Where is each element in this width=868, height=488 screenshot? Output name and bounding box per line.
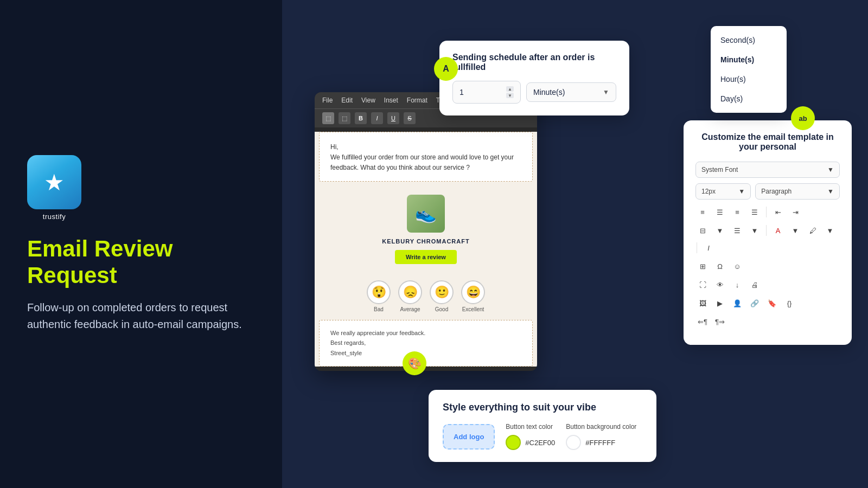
align-right-btn[interactable]: ≡ bbox=[730, 205, 744, 219]
page-title: Email Review Request bbox=[27, 236, 255, 288]
print-btn[interactable]: 🖨 bbox=[748, 278, 762, 292]
page-description: Follow-up on completed orders to request… bbox=[27, 299, 255, 333]
emoji-good-face: 🙂 bbox=[430, 280, 454, 304]
bookmark-btn[interactable]: 🔖 bbox=[765, 296, 779, 310]
left-panel: ★ trustify Email Review Request Follow-u… bbox=[0, 0, 282, 488]
user-insert-btn[interactable]: 👤 bbox=[730, 296, 744, 310]
email-greeting-block[interactable]: Hi, We fulfilled your order from our sto… bbox=[319, 132, 533, 182]
email-greeting: Hi, We fulfilled your order from our sto… bbox=[330, 142, 521, 174]
button-bg-color-swatch[interactable] bbox=[566, 435, 581, 450]
rte-paragraph-select[interactable]: Paragraph ▼ bbox=[755, 183, 840, 200]
schedule-title: Sending schedule after an order is fullf… bbox=[452, 53, 616, 72]
menu-edit[interactable]: Edit bbox=[341, 97, 353, 104]
email-editor: File Edit View Inset Format Tools Table … bbox=[315, 92, 537, 371]
footer-line3: Street_style bbox=[330, 348, 521, 358]
button-text-color-swatch[interactable] bbox=[506, 435, 521, 450]
dropdown-item-hours[interactable]: Hour(s) bbox=[711, 69, 787, 89]
spinners[interactable]: ▲ ▼ bbox=[506, 86, 514, 98]
dropdown-item-seconds[interactable]: Second(s) bbox=[711, 30, 787, 50]
spinner-up[interactable]: ▲ bbox=[506, 86, 514, 92]
font-color-chevron[interactable]: ▼ bbox=[788, 223, 802, 237]
divider-1 bbox=[766, 207, 767, 217]
emoji-good[interactable]: 🙂 Good bbox=[430, 280, 454, 312]
download-btn[interactable]: ↓ bbox=[730, 278, 744, 292]
emoji-insert-btn[interactable]: ☺ bbox=[730, 259, 744, 273]
toolbar-bold[interactable]: B bbox=[355, 112, 367, 124]
toolbar-strikethrough[interactable]: S bbox=[404, 112, 416, 124]
preview-btn[interactable]: 👁 bbox=[713, 278, 727, 292]
fullscreen-btn[interactable]: ⛶ bbox=[695, 278, 710, 292]
highlight-chevron[interactable]: ▼ bbox=[823, 223, 837, 237]
chevron-size: ▼ bbox=[738, 188, 745, 195]
emoji-bad[interactable]: 😲 Bad bbox=[367, 280, 391, 312]
footer-line1: We really appreciate your feedback. bbox=[330, 328, 521, 338]
ordered-list-chevron[interactable]: ▼ bbox=[713, 223, 727, 237]
ordered-list-btn[interactable]: ⊟ bbox=[695, 223, 710, 237]
add-logo-button[interactable]: Add logo bbox=[443, 424, 495, 450]
emoji-average-label: Average bbox=[400, 306, 420, 312]
align-center-btn[interactable]: ☰ bbox=[713, 205, 727, 219]
badge-a: A bbox=[434, 57, 458, 81]
special-char-btn[interactable]: Ω bbox=[713, 259, 727, 273]
button-text-color-hex: #C2EF00 bbox=[525, 439, 555, 447]
align-left-btn[interactable]: ≡ bbox=[695, 205, 710, 219]
schedule-number-input[interactable]: 1 ▲ ▼ bbox=[452, 81, 521, 104]
menu-inset[interactable]: Inset bbox=[384, 97, 398, 104]
menu-format[interactable]: Format bbox=[407, 97, 427, 104]
code-btn[interactable]: {} bbox=[782, 296, 796, 310]
dropdown-item-days[interactable]: Day(s) bbox=[711, 89, 787, 108]
rte-font-select[interactable]: System Font ▼ bbox=[695, 162, 840, 178]
toolbar-btn-2[interactable]: ⬚ bbox=[339, 112, 350, 124]
button-text-color-swatch-row: #C2EF00 bbox=[506, 435, 555, 450]
product-name: KELBURY CHROMACRAFT bbox=[323, 238, 528, 245]
rtl-btn[interactable]: ¶⇒ bbox=[713, 314, 727, 329]
link-btn[interactable]: 🔗 bbox=[748, 296, 762, 310]
product-image: 👟 bbox=[407, 195, 445, 233]
greeting-hi: Hi, bbox=[330, 142, 521, 152]
schedule-unit-select[interactable]: Minute(s) ▼ bbox=[526, 82, 616, 102]
schedule-unit-value: Minute(s) bbox=[533, 88, 565, 97]
unordered-list-chevron[interactable]: ▼ bbox=[748, 223, 762, 237]
dropdown-item-minutes[interactable]: Minute(s) bbox=[711, 50, 787, 69]
button-bg-color-swatch-row: #FFFFFF bbox=[566, 435, 636, 450]
emoji-excellent[interactable]: 😄 Excellent bbox=[461, 280, 485, 312]
divider-2 bbox=[766, 225, 767, 236]
toolbar-btn-1[interactable]: ⬚ bbox=[322, 112, 334, 124]
unordered-list-btn[interactable]: ☰ bbox=[730, 223, 744, 237]
spinner-down[interactable]: ▼ bbox=[506, 93, 514, 98]
button-bg-color-item: Button background color #FFFFFF bbox=[566, 423, 636, 450]
toolbar-underline[interactable]: U bbox=[387, 112, 399, 124]
rte-list-row: ⊟ ▼ ☰ ▼ A ▼ 🖊 ▼ I bbox=[695, 223, 840, 255]
video-insert-btn[interactable]: ▶ bbox=[713, 296, 727, 310]
emoji-average[interactable]: 😞 Average bbox=[398, 280, 422, 312]
schedule-inputs: 1 ▲ ▼ Minute(s) ▼ bbox=[452, 81, 616, 104]
emoji-average-face: 😞 bbox=[398, 280, 422, 304]
menu-file[interactable]: File bbox=[322, 97, 333, 104]
align-justify-btn[interactable]: ☰ bbox=[748, 205, 762, 219]
ltr-btn[interactable]: ⇐¶ bbox=[695, 314, 710, 329]
highlight-btn[interactable]: 🖊 bbox=[806, 223, 820, 237]
review-button[interactable]: Write a review bbox=[395, 250, 457, 264]
email-product-section: 👟 KELBURY CHROMACRAFT Write a review bbox=[315, 186, 537, 273]
rte-size-select[interactable]: 12px ▼ bbox=[695, 183, 751, 200]
image-insert-btn[interactable]: 🖼 bbox=[695, 296, 710, 310]
italic-rte-btn[interactable]: I bbox=[701, 241, 716, 255]
button-text-color-item: Button text color #C2EF00 bbox=[506, 423, 555, 450]
menu-view[interactable]: View bbox=[361, 97, 375, 104]
divider-3 bbox=[697, 242, 697, 253]
brand-logo: ★ bbox=[27, 155, 81, 209]
emoji-excellent-label: Excellent bbox=[462, 306, 484, 312]
font-color-btn[interactable]: A bbox=[771, 223, 785, 237]
brand-logo-wrapper: ★ trustify bbox=[27, 155, 81, 221]
chevron-font: ▼ bbox=[827, 166, 834, 174]
table-insert-btn[interactable]: ⊞ bbox=[695, 259, 710, 273]
dropdown-card: Second(s) Minute(s) Hour(s) Day(s) bbox=[711, 26, 787, 113]
toolbar-italic[interactable]: I bbox=[371, 112, 383, 124]
button-bg-color-label: Button background color bbox=[566, 423, 636, 431]
style-card-title: Style everything to suit your vibe bbox=[443, 402, 642, 413]
indent-left-btn[interactable]: ⇤ bbox=[771, 205, 785, 219]
editor-body: Hi, We fulfilled your order from our sto… bbox=[315, 132, 537, 367]
rte-special-row: ⊞ Ω ☺ bbox=[695, 259, 840, 273]
rte-direction-row: ⇐¶ ¶⇒ bbox=[695, 314, 840, 329]
indent-right-btn[interactable]: ⇥ bbox=[788, 205, 802, 219]
